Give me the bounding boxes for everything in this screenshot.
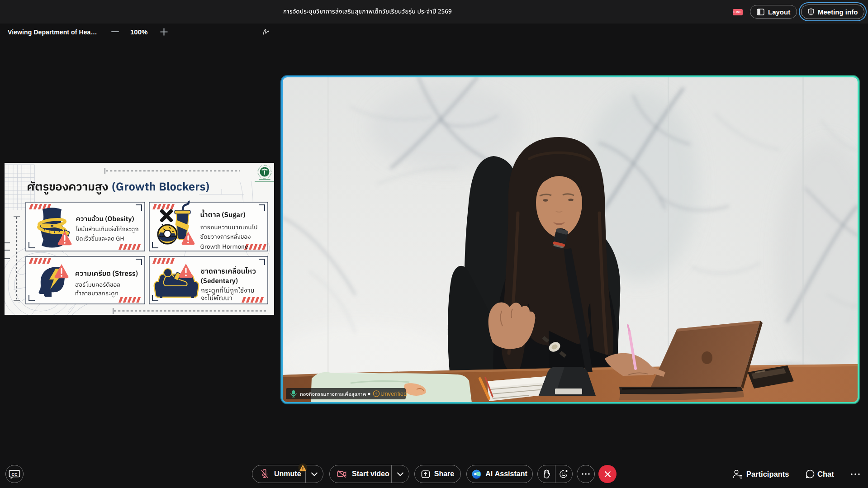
svg-text:?: ? [375,392,378,396]
svg-text:CC: CC [12,472,18,477]
svg-text:Unverified: Unverified [380,390,407,397]
